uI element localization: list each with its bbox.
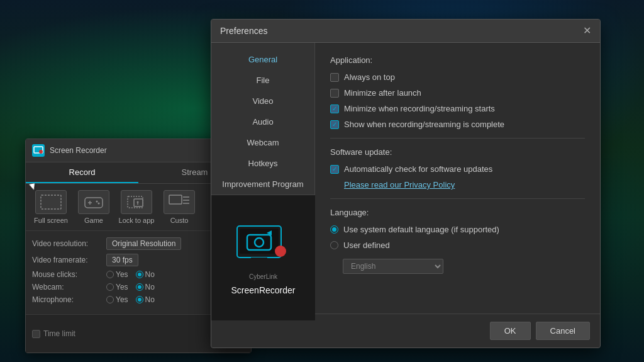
option-show-complete: ✓ Show when recording/streaming is compl… xyxy=(330,120,585,129)
checkbox-show-complete[interactable]: ✓ xyxy=(330,120,339,129)
option-minimize-after-launch: Minimize after launch xyxy=(330,88,585,98)
pref-logo-area: CyberLink ScreenRecorder xyxy=(211,195,315,320)
mode-lock[interactable]: Lock to app xyxy=(118,190,155,224)
language-section-title: Language: xyxy=(330,208,585,217)
resolution-value: Original Resolution xyxy=(106,237,181,250)
nav-audio[interactable]: Audio xyxy=(211,111,314,132)
svg-point-1 xyxy=(39,150,43,154)
checkbox-minimize-after-launch[interactable] xyxy=(330,89,339,98)
mode-custom[interactable]: Custo xyxy=(160,190,198,224)
label-minimize-recording: Minimize when recording/streaming starts xyxy=(344,104,495,113)
tab-record[interactable]: Record xyxy=(26,162,138,183)
microphone-radio-group: Yes No xyxy=(106,295,155,304)
ok-button[interactable]: OK xyxy=(490,322,531,340)
option-user-defined: User defined xyxy=(330,240,585,250)
framerate-label: Video framerate: xyxy=(32,256,101,264)
svg-point-10 xyxy=(137,201,139,203)
pref-logo-text: ScreenRecorder xyxy=(231,285,296,295)
label-always-on-top: Always on top xyxy=(344,72,395,82)
framerate-value: 30 fps xyxy=(106,254,138,266)
label-minimize-after-launch: Minimize after launch xyxy=(344,88,421,98)
mode-custom-icon xyxy=(164,190,195,214)
svg-rect-12 xyxy=(169,195,182,204)
time-limit-label: Time limit xyxy=(43,329,75,338)
divider-1 xyxy=(330,138,585,139)
mouse-label: Mouse clicks: xyxy=(32,270,101,279)
label-user-defined: User defined xyxy=(343,240,390,250)
nav-general[interactable]: General xyxy=(211,49,314,70)
mouse-radio-group: Yes No xyxy=(106,270,155,279)
svg-rect-2 xyxy=(41,195,61,209)
cancel-button[interactable]: Cancel xyxy=(536,322,590,340)
checkbox-always-on-top[interactable] xyxy=(330,73,339,82)
mode-game-label: Game xyxy=(84,217,103,224)
label-system-language: Use system default language (if supporte… xyxy=(343,225,499,234)
close-button[interactable]: ✕ xyxy=(583,26,591,36)
sr-logo-icon xyxy=(32,144,45,157)
webcam-yes-radio[interactable] xyxy=(106,283,114,291)
mouse-yes-label: Yes xyxy=(116,270,128,279)
resolution-label: Video resolution: xyxy=(32,239,101,248)
svg-rect-18 xyxy=(251,257,267,261)
option-auto-update: ✓ Automatically check for software updat… xyxy=(330,164,585,174)
language-select[interactable]: English xyxy=(343,259,443,274)
radio-user-defined[interactable] xyxy=(330,241,338,249)
divider-2 xyxy=(330,198,585,199)
microphone-no-label: No xyxy=(145,295,155,304)
nav-video[interactable]: Video xyxy=(211,91,314,111)
webcam-radio-group: Yes No xyxy=(106,283,155,291)
mouse-no-label: No xyxy=(145,270,155,279)
mouse-no-option[interactable]: No xyxy=(136,270,155,279)
privacy-policy-link[interactable]: Please read our Privacy Policy xyxy=(344,180,455,189)
microphone-no-option[interactable]: No xyxy=(136,295,155,304)
mode-fullscreen-label: Full screen xyxy=(34,217,68,224)
mode-game-icon xyxy=(78,190,109,214)
preferences-dialog: Preferences ✕ General File Video Audio W… xyxy=(211,19,601,348)
mode-custom-label: Custo xyxy=(170,217,189,224)
software-update-section-title: Software update: xyxy=(330,147,585,157)
mode-lock-icon xyxy=(121,190,152,214)
preferences-title: Preferences xyxy=(220,26,267,36)
label-auto-update: Automatically check for software updates xyxy=(344,164,492,174)
option-always-on-top: Always on top xyxy=(330,72,585,82)
application-section-title: Application: xyxy=(330,55,585,65)
microphone-yes-label: Yes xyxy=(116,295,128,304)
mouse-yes-radio[interactable] xyxy=(106,271,114,278)
label-show-complete: Show when recording/streaming is complet… xyxy=(344,120,504,129)
mode-game[interactable]: Game xyxy=(75,190,113,224)
preferences-sidebar: General File Video Audio Webcam Hotkeys … xyxy=(211,43,315,314)
checkbox-auto-update[interactable]: ✓ xyxy=(330,165,339,174)
nav-file[interactable]: File xyxy=(211,70,314,91)
mouse-no-radio[interactable] xyxy=(136,271,143,278)
webcam-no-option[interactable]: No xyxy=(136,283,155,291)
mode-fullscreen-icon xyxy=(35,190,67,214)
microphone-yes-option[interactable]: Yes xyxy=(106,295,128,304)
radio-system-language[interactable] xyxy=(330,225,338,234)
pref-logo-brand: CyberLink xyxy=(249,273,277,280)
checkbox-minimize-recording[interactable]: ✓ xyxy=(330,105,339,113)
nav-hotkeys[interactable]: Hotkeys xyxy=(211,153,314,174)
mode-lock-label: Lock to app xyxy=(119,217,155,224)
mode-fullscreen[interactable]: Full screen xyxy=(32,190,70,224)
sr-title: Screen Recorder xyxy=(50,146,107,155)
microphone-no-radio[interactable] xyxy=(136,296,143,303)
svg-point-6 xyxy=(96,201,98,203)
nav-webcam[interactable]: Webcam xyxy=(211,132,314,153)
nav-improvement[interactable]: Improvement Program xyxy=(211,174,314,195)
option-minimize-recording: ✓ Minimize when recording/streaming star… xyxy=(330,104,585,113)
preferences-titlebar: Preferences ✕ xyxy=(211,20,600,43)
webcam-yes-option[interactable]: Yes xyxy=(106,283,128,291)
pref-logo-svg xyxy=(232,221,295,271)
preferences-content: Application: Always on top Minimize afte… xyxy=(315,43,600,314)
webcam-yes-label: Yes xyxy=(116,283,128,291)
mouse-yes-option[interactable]: Yes xyxy=(106,270,128,279)
time-limit-checkbox[interactable] xyxy=(32,330,40,338)
microphone-yes-radio[interactable] xyxy=(106,296,114,303)
mouse-cursor xyxy=(29,183,36,190)
microphone-label: Microphone: xyxy=(32,295,101,304)
svg-point-7 xyxy=(98,203,100,205)
webcam-no-radio[interactable] xyxy=(136,283,143,291)
svg-rect-3 xyxy=(85,198,103,208)
webcam-label: Webcam: xyxy=(32,283,101,291)
time-limit-container: Time limit xyxy=(32,329,75,338)
